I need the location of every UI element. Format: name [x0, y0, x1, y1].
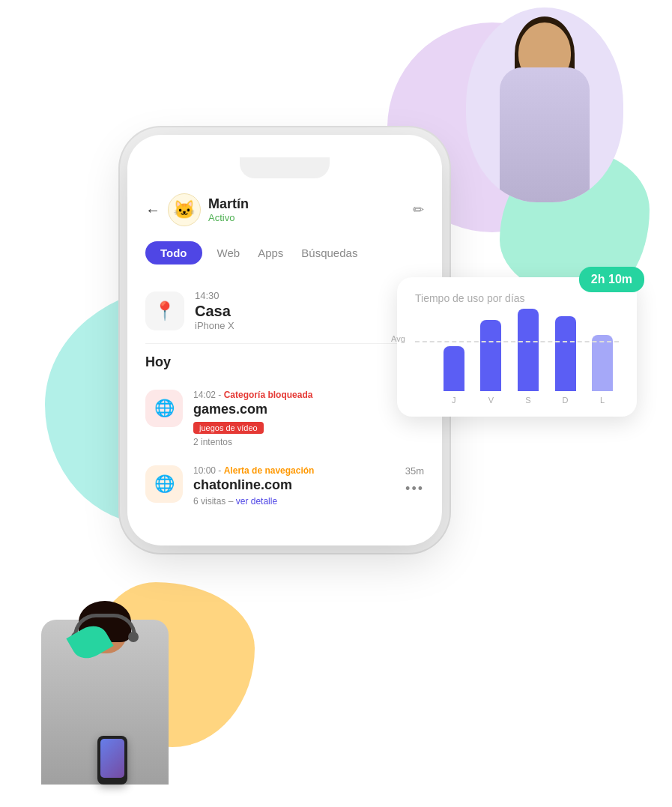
- activity-time-chat: 10:00 - Alerta de navegación: [193, 465, 405, 476]
- activity-time-value-2: 10:00 -: [193, 465, 224, 476]
- activity-site-chat: chatonline.com: [193, 477, 405, 493]
- more-options-icon[interactable]: •••: [405, 481, 424, 497]
- user-info: Martín Activo: [208, 196, 413, 223]
- meta-separator: –: [228, 496, 236, 507]
- activity-time-value: 14:02 -: [193, 390, 224, 400]
- location-device: iPhone X: [195, 320, 234, 331]
- activity-meta-games: 2 intentos: [193, 437, 424, 447]
- phone-header: ← 🐱 Martín Activo ✏: [145, 193, 424, 226]
- alert-label: Alerta de navegación: [224, 465, 315, 476]
- chart-area: Avg J V S D L: [415, 315, 619, 405]
- tab-todo[interactable]: Todo: [145, 241, 202, 265]
- activity-meta-chat: 6 visitas – ver detalle: [193, 496, 405, 507]
- bar-label-j: J: [452, 396, 456, 405]
- location-name: Casa: [195, 303, 234, 320]
- bar-group-v: V: [475, 320, 508, 405]
- avatar: 🐱: [168, 193, 201, 226]
- bar-group-d: D: [549, 316, 582, 405]
- phone-in-hand: [97, 736, 127, 785]
- avg-label: Avg: [391, 334, 405, 343]
- location-row: 📍 14:30 Casa iPhone X: [145, 281, 424, 344]
- bar-j: [444, 346, 464, 391]
- activity-item-1: 🌐 14:02 - Categoría bloqueada games.com …: [145, 381, 424, 456]
- total-time-badge: 2h 10m: [579, 267, 644, 292]
- edit-icon[interactable]: ✏: [413, 202, 424, 218]
- bar-group-j: J: [438, 346, 470, 405]
- bar-label-s: S: [525, 396, 530, 405]
- tab-busquedas[interactable]: Búsquedas: [298, 241, 360, 265]
- activity-time-games: 14:02 - Categoría bloqueada: [193, 390, 424, 400]
- chart-title: Tiempo de uso por días: [415, 292, 619, 304]
- visit-count: 6 visitas: [193, 496, 225, 507]
- bar-group-s: S: [512, 309, 545, 405]
- bar-label-d: D: [563, 396, 569, 405]
- leaf-decoration: [71, 627, 116, 665]
- location-icon: 📍: [145, 291, 184, 330]
- phone-notch: [240, 157, 330, 178]
- activity-icon-games: 🌐: [145, 390, 183, 427]
- activity-content-chat: 10:00 - Alerta de navegación chatonline.…: [193, 465, 405, 507]
- activity-item-2: 🌐 10:00 - Alerta de navegación chatonlin…: [145, 456, 424, 516]
- bar-s: [518, 309, 539, 391]
- avg-line: [415, 341, 619, 342]
- usage-chart-card: Tiempo de uso por días Avg J V S D: [397, 277, 637, 417]
- bar-label-v: V: [488, 396, 494, 405]
- duration-badge: 35m: [405, 465, 424, 477]
- today-header: Hoy: [145, 354, 424, 370]
- ver-detalle-link[interactable]: ver detalle: [236, 496, 277, 507]
- activity-site-games: games.com: [193, 402, 424, 417]
- bar-d: [555, 316, 576, 391]
- woman-illustration-top: [466, 7, 623, 202]
- location-time: 14:30: [195, 290, 234, 301]
- bar-l: [592, 335, 613, 391]
- tab-web[interactable]: Web: [214, 241, 243, 265]
- bar-group-l: L: [586, 335, 619, 405]
- category-tag: juegos de vídeo: [193, 422, 264, 434]
- activity-content-games: 14:02 - Categoría bloqueada games.com ju…: [193, 390, 424, 447]
- chart-bars: J V S D L: [415, 315, 619, 405]
- user-name: Martín: [208, 196, 413, 212]
- activity-icon-chat: 🌐: [145, 465, 183, 503]
- activity-right-chat: 35m •••: [405, 465, 424, 497]
- bar-v: [480, 320, 501, 391]
- tabs-bar: Todo Web Apps Búsquedas: [145, 241, 424, 265]
- blocked-label: Categoría bloqueada: [224, 390, 313, 400]
- back-button[interactable]: ←: [145, 202, 160, 219]
- user-status: Activo: [208, 212, 413, 223]
- tab-apps[interactable]: Apps: [255, 241, 286, 265]
- bar-label-l: L: [600, 396, 605, 405]
